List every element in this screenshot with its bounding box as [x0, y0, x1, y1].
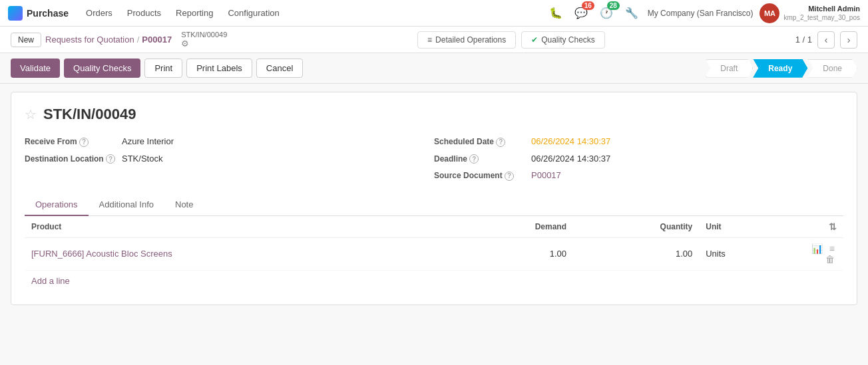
top-nav: Purchase Orders Products Reporting Confi… [0, 0, 868, 27]
cancel-button[interactable]: Cancel [256, 59, 303, 78]
quality-checks-action-btn[interactable]: Quality Checks [64, 59, 140, 78]
filter-icon[interactable]: ⇅ [829, 221, 837, 232]
status-done[interactable]: Done [807, 59, 857, 78]
bug-icon-btn[interactable]: 🐛 [546, 4, 565, 22]
row-actions: 📊 ≡ 🗑 [790, 237, 843, 270]
user-info: Mitchell Admin kmp_2_test_may_30_pos [783, 4, 860, 22]
destination-label: Destination Location ? [25, 154, 118, 164]
print-button[interactable]: Print [144, 59, 182, 78]
brand-label: Purchase [27, 8, 69, 19]
destination-row: Destination Location ? STK/Stock [25, 154, 434, 164]
status-draft[interactable]: Draft [705, 59, 753, 78]
detailed-ops-label: Detailed Operations [435, 35, 506, 45]
tab-additional-info[interactable]: Additional Info [89, 194, 164, 216]
session: kmp_2_test_may_30_pos [783, 13, 860, 22]
record-title: ☆ STK/IN/00049 [25, 106, 843, 123]
breadcrumb-sub: STK/IN/00049 [181, 31, 227, 39]
status-bar: Draft Ready Done [705, 59, 857, 78]
chat-badge: 16 [582, 1, 594, 10]
scheduled-date-value: 06/26/2024 14:30:37 [531, 136, 610, 146]
form-fields: Receive From ? Azure Interior Destinatio… [25, 136, 843, 181]
destination-help[interactable]: ? [106, 154, 115, 164]
settings-gear-icon[interactable]: ⚙ [181, 39, 227, 49]
settings-icon-btn[interactable]: 🔧 [622, 4, 641, 22]
top-nav-menu: Orders Products Reporting Configuration [79, 4, 546, 22]
list-icon[interactable]: ≡ [829, 243, 835, 254]
source-doc-value[interactable]: P00017 [531, 170, 561, 180]
scheduled-date-help[interactable]: ? [496, 138, 505, 147]
breadcrumb-center: ≡ Detailed Operations ✔ Quality Checks [417, 31, 605, 49]
deadline-label: Deadline ? [434, 154, 527, 164]
top-nav-right: 🐛 💬 16 🕐 28 🔧 My Company (San Francisco)… [546, 3, 860, 23]
user-avatar[interactable]: MA [760, 3, 779, 23]
source-doc-label: Source Document ? [434, 171, 527, 181]
breadcrumb-parent[interactable]: Requests for Quotation [45, 35, 134, 45]
col-demand: Demand [449, 216, 573, 238]
form-left: Receive From ? Azure Interior Destinatio… [25, 136, 434, 181]
col-product: Product [25, 216, 449, 238]
menu-reporting[interactable]: Reporting [169, 4, 220, 22]
chat-icon-btn[interactable]: 💬 16 [572, 4, 590, 22]
activity-badge: 28 [607, 1, 620, 10]
deadline-row: Deadline ? 06/26/2024 14:30:37 [434, 154, 843, 164]
menu-products[interactable]: Products [120, 4, 168, 22]
main-content: ☆ STK/IN/00049 Receive From ? Azure Inte… [11, 92, 857, 305]
col-actions: ⇅ [790, 216, 843, 238]
col-unit: Unit [699, 216, 790, 238]
source-doc-help[interactable]: ? [505, 172, 514, 181]
brand-icon [8, 6, 23, 21]
quantity-cell: 1.00 [573, 237, 699, 270]
breadcrumb-current[interactable]: P00017 [142, 35, 172, 45]
breadcrumb-right: 1 / 1 ‹ › [795, 31, 857, 49]
unit-cell: Units [699, 237, 790, 270]
new-button[interactable]: New [11, 33, 41, 47]
print-labels-button[interactable]: Print Labels [186, 59, 252, 78]
action-buttons: Validate Quality Checks Print Print Labe… [11, 59, 303, 78]
quality-checks-btn[interactable]: ✔ Quality Checks [521, 31, 605, 49]
quality-checks-label: Quality Checks [541, 35, 595, 45]
breadcrumb-separator: / [137, 35, 140, 45]
delete-icon[interactable]: 🗑 [825, 254, 835, 265]
deadline-value: 06/26/2024 14:30:37 [531, 154, 610, 164]
receive-from-row: Receive From ? Azure Interior [25, 136, 434, 147]
deadline-help[interactable]: ? [469, 154, 479, 164]
username: Mitchell Admin [783, 4, 860, 13]
status-ready[interactable]: Ready [753, 59, 807, 78]
breadcrumb-left: New Requests for Quotation / P00017 STK/… [11, 31, 227, 49]
company-name: My Company (San Francisco) [648, 9, 754, 18]
add-line-btn[interactable]: Add a line [25, 271, 77, 291]
receive-from-label: Receive From ? [25, 137, 118, 147]
destination-value: STK/Stock [122, 154, 162, 164]
product-link[interactable]: [FURN_6666] Acoustic Bloc Screens [31, 249, 172, 259]
prev-record-btn[interactable]: ‹ [817, 31, 835, 49]
breadcrumb-path: Requests for Quotation / P00017 [45, 35, 174, 45]
chart-icon[interactable]: 📊 [811, 243, 823, 254]
check-icon: ✔ [531, 35, 538, 45]
next-record-btn[interactable]: › [840, 31, 857, 49]
scheduled-date-label: Scheduled Date ? [434, 137, 527, 147]
tab-operations[interactable]: Operations [25, 194, 89, 216]
detailed-operations-btn[interactable]: ≡ Detailed Operations [417, 31, 516, 49]
receive-from-value: Azure Interior [122, 136, 174, 146]
scheduled-date-row: Scheduled Date ? 06/26/2024 14:30:37 [434, 136, 843, 147]
favorite-star-icon[interactable]: ☆ [25, 106, 37, 122]
operations-table: Product Demand Quantity Unit ⇅ [25, 216, 843, 271]
breadcrumb-bar: New Requests for Quotation / P00017 STK/… [0, 27, 868, 53]
receive-from-help[interactable]: ? [79, 138, 89, 147]
pagination-label: 1 / 1 [795, 35, 812, 45]
tabs: Operations Additional Info Note [25, 194, 843, 216]
action-bar: Validate Quality Checks Print Print Labe… [0, 53, 868, 84]
col-quantity: Quantity [573, 216, 699, 238]
brand[interactable]: Purchase [8, 6, 69, 21]
tab-note[interactable]: Note [164, 194, 204, 216]
menu-configuration[interactable]: Configuration [221, 4, 286, 22]
product-cell: [FURN_6666] Acoustic Bloc Screens [25, 237, 449, 270]
menu-lines-icon: ≡ [427, 35, 432, 45]
menu-orders[interactable]: Orders [79, 4, 119, 22]
demand-cell: 1.00 [449, 237, 573, 270]
activity-icon-btn[interactable]: 🕐 28 [597, 4, 616, 22]
form-right: Scheduled Date ? 06/26/2024 14:30:37 Dea… [434, 136, 843, 181]
validate-button[interactable]: Validate [11, 59, 60, 78]
table-row: [FURN_6666] Acoustic Bloc Screens 1.00 1… [25, 237, 843, 270]
source-doc-row: Source Document ? P00017 [434, 170, 843, 181]
